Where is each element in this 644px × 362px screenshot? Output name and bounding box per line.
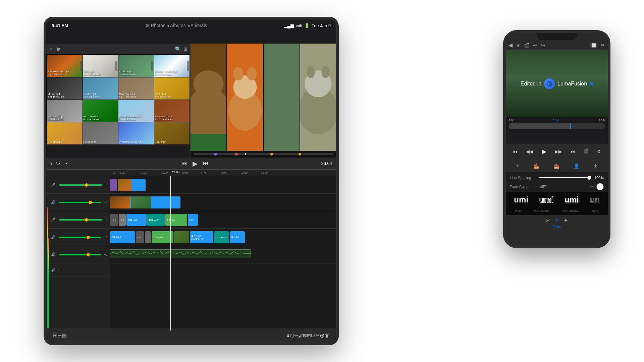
sticker-icon[interactable]: ⬡ (290, 333, 294, 338)
clip-audio-1[interactable]: ⚙▣ 6.08 (110, 231, 135, 243)
title-plain[interactable]: umi (514, 195, 528, 204)
label-outline: Plain-Outline (534, 209, 549, 213)
settings-btn[interactable]: ⚙ (597, 149, 601, 154)
list-item[interactable]: Rhino.mp4 (83, 122, 118, 144)
lumafusion-badge: L (544, 78, 555, 89)
mute-x-3[interactable]: x (106, 218, 107, 222)
checkbox-icon[interactable]: ☑ (311, 333, 315, 338)
info-icon[interactable]: ℹ (50, 161, 52, 166)
filter-icon[interactable]: ⊞ (183, 46, 187, 52)
play-icon[interactable]: ▶ (193, 160, 198, 168)
list-item[interactable]: Red bear-cat.mp45.20 4096x2160 (47, 55, 83, 77)
track-headers: 🎤 x 🔊 (46, 176, 110, 330)
brush-icon[interactable]: 🖌 (298, 333, 303, 338)
skip-start-btn[interactable]: ⏮ (513, 149, 518, 154)
track-row-1[interactable]: ▣ ⚑ 6.18 (110, 176, 336, 194)
clip-teal-2[interactable]: 3.21 Rollin (214, 231, 229, 243)
fullscreen-icon[interactable]: ⬜ (590, 43, 597, 48)
user-btn[interactable]: 👤 (574, 163, 579, 169)
step-back-btn[interactable]: ◀◀ (526, 149, 533, 154)
color-edit-icon[interactable]: ✏ (590, 184, 594, 189)
tab-clip[interactable]: ✂ (546, 217, 550, 224)
export-btn[interactable]: 📤 (553, 163, 559, 169)
clip-blue-l[interactable]: ▣⚑ 9.08 AERIAL_M (190, 231, 213, 243)
playhead-line (170, 176, 171, 330)
tab-titles[interactable]: T (555, 218, 558, 223)
list-item[interactable]: Lizard.mp44.19 4096x2160 (118, 55, 154, 77)
clip-blue-r[interactable]: ▣ 3.16 (230, 231, 245, 243)
list-item[interactable]: Turtle.mp45.22 644x362 (83, 77, 118, 100)
overlay-icon[interactable]: ⊠ (303, 333, 307, 338)
clip-grn-1[interactable]: 5.09 Sp (165, 214, 187, 226)
import-icon[interactable]: ⬇ (286, 333, 290, 338)
skip-forward-icon[interactable]: ⏭ (203, 161, 208, 167)
bars-icon[interactable]: ▤ (62, 332, 67, 339)
tracks-content[interactable]: ▣ ⚑ 6.18 ▣ ⚑ 7. (110, 176, 336, 330)
tab-effects[interactable]: ✦ (564, 217, 568, 224)
slider-knob-line[interactable] (587, 176, 591, 180)
title-shadow[interactable]: umi (565, 195, 579, 204)
layout-icon[interactable]: ⊞ (307, 333, 311, 338)
track-row-3[interactable]: 1.1 2.2 ⚙▣ 2.15 ▣▣ 3.20 5.09 Sp 8.14 (110, 211, 336, 229)
check-icon[interactable]: ✓ (49, 46, 53, 52)
media-browser[interactable]: ✓ ⏺ 🔍 ⊞ Red bear (46, 44, 191, 158)
clip-sm[interactable]: 8.14 (188, 214, 198, 226)
step-forward-btn[interactable]: ▶▶ (555, 149, 562, 154)
pen-icon[interactable]: ✏ (294, 333, 298, 338)
list-item[interactable]: Elephant.mp45.18 3840x2160 (47, 100, 83, 122)
table-icon[interactable]: ⊟ (57, 332, 62, 339)
plus-icon[interactable]: ⊕ (320, 332, 325, 339)
track-row-4[interactable]: ⚙▣ 6.08 2.2 1. 5.09 Bear ▣⚑ 9.08 AERIAL_… (110, 229, 336, 246)
preview-area (191, 44, 336, 158)
phone-scrubber[interactable]: 2.04 2.04 [3.11] (506, 117, 608, 132)
title-open[interactable]: un (590, 195, 599, 204)
skip-back-icon[interactable]: ⏮ (182, 161, 187, 167)
trash-icon[interactable]: 🗑 (325, 333, 329, 338)
import-btn[interactable]: 📥 (533, 163, 539, 169)
back-icon[interactable]: ◀ (508, 42, 513, 48)
clip-sm2[interactable]: 2.2 (136, 231, 144, 243)
split-icon[interactable]: ⋯ (64, 161, 69, 166)
skip-end-btn[interactable]: ⏭ (571, 149, 575, 154)
search-icon[interactable]: 🔍 (175, 46, 181, 52)
add-track-icon[interactable]: ⊞ (53, 332, 57, 339)
list-item[interactable]: Wolf.mp46.01 644x362 (83, 55, 118, 77)
clip-b1[interactable]: ⚙▣ 2.15 (126, 214, 147, 226)
add-clip-btn[interactable]: 🎬 (584, 149, 589, 154)
export-icon[interactable]: ✏ (601, 42, 605, 48)
tablet-screen: 9:41 AM ⚙ Photos ◂ Albums ◂ Animals ▂▄▆ … (46, 19, 336, 343)
list-item[interactable]: Bear.mp4 (154, 122, 190, 144)
track-row-2[interactable]: ▣ ⚑ 7.17 Hous (110, 194, 336, 211)
list-item[interactable]: Sequoias.mp423.22 3840x2160 (154, 100, 190, 122)
timeline-controls-bar: ℹ 🛡 ⋯ ⏮ ▶ ⏭ 26.04 (46, 158, 336, 170)
timeline-section[interactable]: -3 26.04 8.00 12.00 16.00 20.00 24.00 28… (46, 170, 336, 343)
clip-teal-1[interactable]: ▣▣ 3.20 (147, 214, 165, 226)
list-item[interactable]: Snowy Forest.mp45.13 3840x2160 (154, 55, 190, 77)
shield-icon[interactable]: 🛡 (56, 161, 60, 166)
add-btn[interactable]: + (516, 163, 519, 169)
eye-icon[interactable]: 👁 (516, 43, 521, 48)
preview-empty (264, 44, 300, 151)
scissors-icon[interactable]: ✂ (315, 332, 320, 339)
list-item[interactable]: Fir Tree.mp46.27 644x362 (83, 100, 118, 122)
list-item[interactable]: Waterfall Aerial.mp4 (118, 122, 154, 144)
title-outline[interactable]: umi (539, 195, 554, 204)
face-color-swatch[interactable] (596, 183, 604, 190)
redo-icon[interactable]: ↪ (541, 42, 545, 48)
list-item[interactable]: Cheetas.mp4 (47, 122, 83, 144)
list-item[interactable]: Musk.mp45.21 644x362 (47, 77, 83, 100)
undo-icon[interactable]: ↩ (533, 42, 537, 48)
list-item[interactable]: Sparrow.mp49.21 644x362 (118, 77, 154, 100)
timeline-bottom-toolbar: ⊞ ⊟ ▤ ⬇ ⬡ ✏ 🖌 ⊠ ⊞ ☑ ✂ ⊕ 🗑 (46, 328, 336, 343)
speaker-icon-6: 🔊 (51, 268, 56, 272)
star-btn[interactable]: ★ (593, 163, 598, 169)
play-btn[interactable]: ▶ (542, 148, 546, 155)
track-row-5[interactable] (110, 246, 336, 263)
list-item[interactable]: Lion.mp45.20 644x362 (154, 77, 190, 100)
line-spacing-slider[interactable] (539, 177, 589, 178)
clip-icon[interactable]: 🎬 (524, 43, 530, 48)
clip-sm3[interactable]: 1. (145, 231, 151, 243)
list-item[interactable]: Rolling Clouds.mp45.26 4096x2160 (118, 100, 154, 122)
record-icon[interactable]: ⏺ (56, 46, 60, 52)
mute-x[interactable]: x (106, 183, 107, 187)
